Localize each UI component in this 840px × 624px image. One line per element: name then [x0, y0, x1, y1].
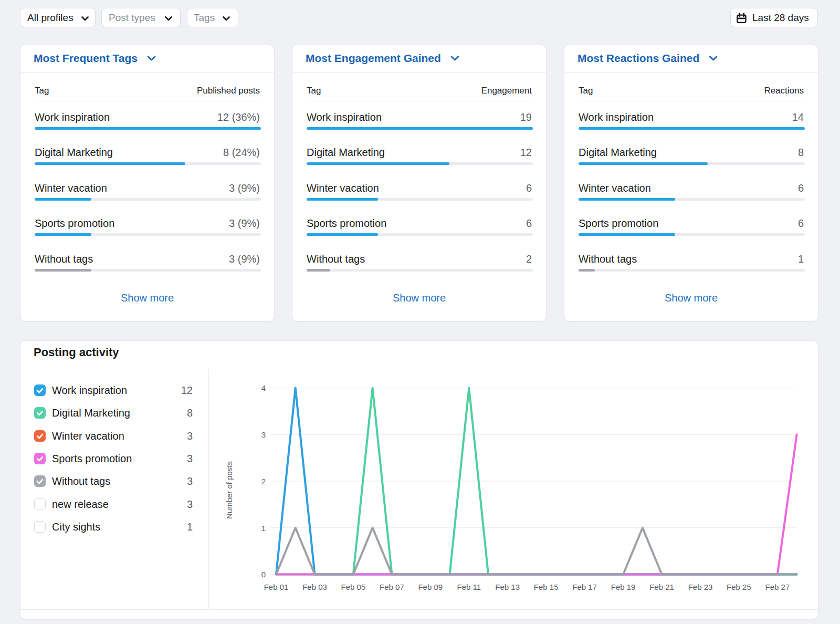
svg-text:Feb 21: Feb 21 [649, 583, 674, 591]
svg-text:Feb 25: Feb 25 [727, 583, 751, 591]
svg-text:Feb 19: Feb 19 [611, 583, 636, 591]
svg-text:Feb 15: Feb 15 [534, 583, 559, 591]
svg-text:1: 1 [261, 524, 266, 533]
svg-text:Feb 03: Feb 03 [302, 583, 327, 591]
svg-text:Feb 07: Feb 07 [380, 583, 404, 591]
svg-text:Number of posts: Number of posts [225, 461, 234, 519]
svg-text:3: 3 [261, 430, 266, 439]
svg-text:Feb 17: Feb 17 [572, 583, 597, 591]
svg-text:4: 4 [261, 383, 266, 392]
svg-text:Feb 23: Feb 23 [688, 583, 713, 591]
svg-text:Feb 05: Feb 05 [341, 583, 366, 591]
svg-text:Feb 01: Feb 01 [264, 583, 289, 591]
svg-text:Feb 27: Feb 27 [765, 583, 790, 591]
svg-text:2: 2 [261, 477, 266, 486]
svg-text:Feb 11: Feb 11 [457, 583, 481, 591]
svg-text:Feb 09: Feb 09 [418, 583, 443, 591]
svg-text:0: 0 [261, 570, 266, 579]
svg-text:Feb 13: Feb 13 [495, 583, 520, 591]
